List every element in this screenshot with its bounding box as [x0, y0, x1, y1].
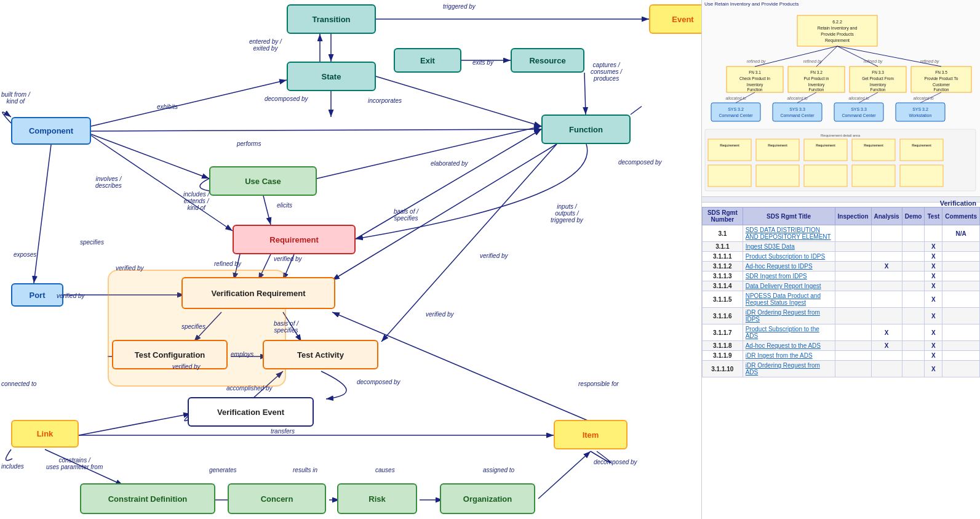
col-header-test: Test	[925, 207, 942, 225]
cell-verification	[942, 291, 980, 308]
label-elicits: elicits	[277, 202, 292, 209]
cell-title: SDR Ingest from IDPS	[743, 272, 835, 281]
cell-verification	[942, 281, 980, 291]
label-decomposed-ta: decomposed by	[357, 379, 400, 385]
node-risk: Risk	[337, 483, 417, 514]
cell-verification	[902, 351, 925, 361]
node-concern: Concern	[228, 483, 326, 514]
right-panel: Use Retain Inventory and Provide Product…	[701, 0, 980, 519]
col-header-demo: Demo	[902, 207, 925, 225]
cell-verification	[871, 272, 902, 281]
node-transition: Transition	[287, 4, 376, 34]
table-row: 3.1.1.8Ad-hoc Request to the ADSXX	[703, 341, 980, 351]
cell-title: Ingest SD3E Data	[743, 242, 835, 252]
cell-title: Data Delivery Report Ingest	[743, 281, 835, 291]
cell-verification	[835, 324, 871, 341]
label-exposes: exposes	[14, 251, 36, 258]
svg-rect-72	[711, 103, 760, 121]
label-causes: causes	[375, 467, 395, 473]
cell-number: 3.1.1.10	[703, 361, 743, 377]
label-constrains: constrains / uses parameter from	[46, 457, 103, 470]
cell-title: Ad-hoc Request to IDPS	[743, 262, 835, 272]
svg-line-19	[332, 144, 557, 280]
svg-line-8	[91, 129, 541, 131]
cell-number: 3.1.1.4	[703, 281, 743, 291]
table-row: 3.1.1.6iDR Ordering Request from IDPSX	[703, 308, 980, 324]
label-specifies-tc: specifies	[181, 323, 205, 330]
node-constraint: Constraint Definition	[80, 483, 215, 514]
svg-text:Requirement: Requirement	[720, 143, 739, 147]
col-header-comments: Comments	[942, 207, 980, 225]
svg-line-27	[79, 414, 191, 435]
label-results-in: results in	[293, 467, 317, 473]
cell-verification	[942, 341, 980, 351]
cell-verification	[902, 225, 925, 242]
cell-verification	[902, 291, 925, 308]
svg-rect-98	[900, 139, 943, 161]
cell-verification: X	[925, 351, 942, 361]
table-row: 3.1.1.10iDR Ordering Request from ADSX	[703, 361, 980, 377]
svg-text:Command Center: Command Center	[780, 113, 815, 118]
svg-text:Requirement: Requirement	[816, 143, 835, 147]
cell-verification	[942, 361, 980, 377]
svg-text:Customer: Customer	[933, 82, 950, 87]
svg-line-11	[263, 196, 271, 225]
col-header-analysis: Analysis	[871, 207, 902, 225]
svg-text:SYS 3.3: SYS 3.3	[851, 107, 867, 111]
svg-rect-96	[852, 139, 895, 161]
table-title: Verification	[702, 197, 980, 203]
svg-text:Put Product in: Put Product in	[804, 76, 829, 81]
col-header-title: SDS Rgmt Title	[743, 207, 835, 225]
table-row: 3.1.1Ingest SD3E DataX	[703, 242, 980, 252]
svg-rect-78	[834, 103, 883, 121]
label-triggered-by: triggered by	[443, 3, 476, 10]
table-row: 3.1.1.2Ad-hoc Request to IDPSXX	[703, 262, 980, 272]
cell-verification	[942, 242, 980, 252]
cell-verification	[835, 351, 871, 361]
cell-verification	[871, 252, 902, 262]
cell-number: 3.1.1.3	[703, 272, 743, 281]
svg-text:FN 3.1: FN 3.1	[749, 70, 761, 74]
cell-verification	[835, 225, 871, 242]
cell-verification: X	[925, 252, 942, 262]
svg-text:SYS 3.2: SYS 3.2	[728, 107, 744, 111]
svg-line-16	[258, 254, 271, 280]
svg-text:Function: Function	[747, 87, 763, 92]
cell-verification: X	[925, 291, 942, 308]
node-port: Port	[11, 283, 63, 307]
cell-number: 3.1.1.2	[703, 262, 743, 272]
label-verified-by-1: verified by	[116, 265, 144, 272]
cell-verification	[902, 341, 925, 351]
cell-verification: N/A	[942, 225, 980, 242]
table-row: 3.1.1.9iDR Ingest from the ADSX	[703, 351, 980, 361]
node-function: Function	[541, 115, 631, 144]
svg-text:Get Product From: Get Product From	[862, 76, 894, 81]
svg-line-9	[376, 76, 541, 126]
svg-rect-94	[804, 139, 847, 161]
cell-verification: X	[925, 361, 942, 377]
svg-line-26	[252, 371, 283, 399]
cell-verification: X	[925, 341, 942, 351]
svg-line-18	[283, 254, 294, 280]
cell-number: 3.1.1.1	[703, 252, 743, 262]
svg-text:Workstation: Workstation	[909, 113, 932, 118]
label-decomposed-item: decomposed by	[594, 459, 637, 465]
svg-rect-104	[900, 165, 943, 187]
label-entered-exited: entered by / exited by	[249, 38, 282, 52]
svg-text:Function: Function	[809, 87, 824, 92]
node-state: State	[287, 62, 376, 91]
cell-title: Product Subscription to IDPS	[743, 252, 835, 262]
cell-verification	[925, 225, 942, 242]
cell-number: 3.1.1.5	[703, 291, 743, 308]
cell-title: iDR Ingest from the ADS	[743, 351, 835, 361]
table-row: 3.1.1.4Data Delivery Report IngestX	[703, 281, 980, 291]
node-item: Item	[554, 420, 627, 449]
cell-verification	[835, 361, 871, 377]
svg-line-64	[755, 46, 837, 66]
table-row: 3.1.1.7Product Subscription to the ADSXX	[703, 324, 980, 341]
label-elaborated-by: elaborated by	[431, 160, 468, 167]
label-connected-to: connected to	[1, 380, 36, 387]
mini-diagram-svg: 6.2.2 Retain Inventory and Provide Produ…	[702, 0, 980, 197]
label-decomposed-state: decomposed by	[265, 95, 308, 102]
cell-verification	[835, 291, 871, 308]
